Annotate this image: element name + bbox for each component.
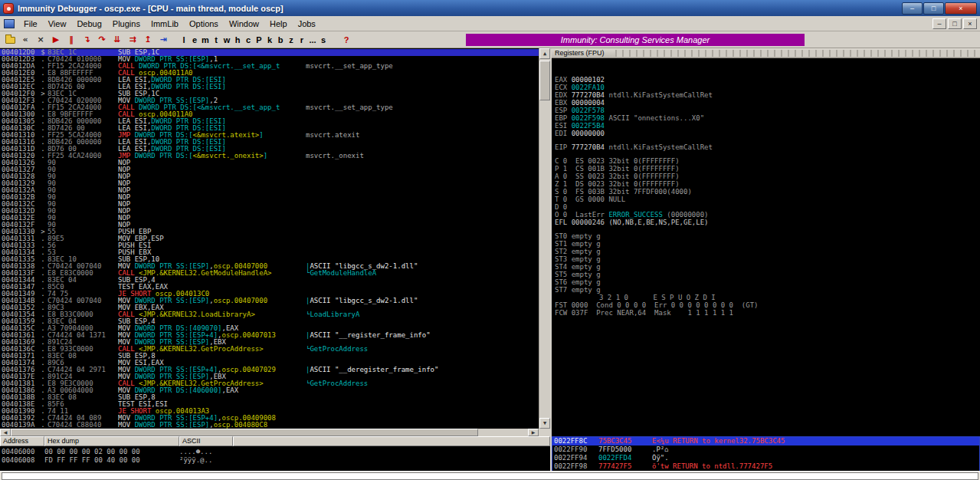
horizontal-scrollbar-thumb[interactable] bbox=[11, 429, 478, 436]
disasm-row[interactable]: 00401333.56PUSH ESI bbox=[0, 242, 539, 249]
tool-letter-s[interactable]: s bbox=[318, 33, 329, 47]
disasm-row[interactable]: 004012DA.FF15 2CA24000CALL DWORD PTR DS:… bbox=[0, 63, 539, 70]
disasm-row[interactable]: 00401376.C74424 04 2971MOV DWORD PTR SS:… bbox=[0, 367, 539, 373]
stack-row[interactable]: 0022FF98777427F5õ'tw RETURN to ntdll.777… bbox=[552, 462, 979, 471]
scroll-down-icon[interactable]: ▼ bbox=[539, 418, 550, 429]
register-esp[interactable]: ESP 0022F578 bbox=[555, 107, 980, 114]
stack-row[interactable]: 0022FF940022FFD4Ôÿ". bbox=[552, 454, 979, 462]
disasm-row[interactable]: 0040138B.83EC 08SUB ESP,8 bbox=[0, 394, 539, 401]
mdi-close-button[interactable]: × bbox=[963, 18, 977, 29]
step-over-button[interactable]: ↷ bbox=[94, 33, 110, 47]
tool-letter-w[interactable]: w bbox=[221, 33, 232, 47]
menu-help[interactable]: Help bbox=[264, 18, 293, 30]
stack-row[interactable]: 0022FF907FFD5000.P²⌂ bbox=[552, 445, 979, 454]
disasm-row[interactable]: 00401381.E8 9E3C0000CALL <JMP.&KERNEL32.… bbox=[0, 380, 539, 387]
disasm-row[interactable]: 0040132D90NOP bbox=[0, 208, 539, 215]
register-ebp[interactable]: EBP 0022F598 ASCII "onnections...X0" bbox=[555, 114, 980, 122]
disasm-row[interactable]: 0040137E.891C24MOV DWORD PTR SS:[ESP],EB… bbox=[0, 373, 539, 380]
disasm-row[interactable]: 004012EC.8D7426 00LEA ESI,DWORD PTR DS:[… bbox=[0, 84, 539, 90]
disasm-row[interactable]: 00401344.83EC 04SUB ESP,4 bbox=[0, 277, 539, 284]
until-return-button[interactable]: ↥ bbox=[140, 33, 156, 47]
tool-letter-c[interactable]: c bbox=[243, 33, 254, 47]
register-edx[interactable]: EDX 777270B4 ntdll.KiFastSystemCallRet bbox=[555, 91, 980, 99]
disasm-row[interactable]: 0040138E.85F6TEST ESI,ESI bbox=[0, 401, 539, 408]
scroll-up-icon[interactable]: ▲ bbox=[539, 48, 550, 59]
close-process-button[interactable]: × bbox=[33, 33, 48, 47]
disasm-row[interactable]: 00401335.83EC 10SUB ESP,10 bbox=[0, 256, 539, 263]
disasm-horizontal-scrollbar[interactable]: ◀ ▶ bbox=[0, 429, 550, 436]
disasm-row[interactable]: 0040132C90NOP bbox=[0, 201, 539, 208]
menu-file[interactable]: File bbox=[18, 18, 43, 30]
run-button[interactable]: ▶ bbox=[48, 33, 64, 47]
open-file-button[interactable] bbox=[2, 33, 18, 47]
tool-letter-r[interactable]: r bbox=[297, 33, 307, 47]
disasm-row[interactable]: 00401334.53PUSH EBX bbox=[0, 249, 539, 256]
disasm-row[interactable]: 00401320.FF25 4CA24000JMP DWORD PTR DS:[… bbox=[0, 153, 539, 159]
menu-plugins[interactable]: Plugins bbox=[107, 18, 146, 30]
disasm-row[interactable]: 0040132B90NOP bbox=[0, 194, 539, 201]
disasm-row[interactable]: 0040132A90NOP bbox=[0, 187, 539, 194]
trace-over-button[interactable]: ⇉ bbox=[125, 33, 140, 47]
disasm-row[interactable]: 0040134B.C70424 007040MOV DWORD PTR SS:[… bbox=[0, 298, 539, 304]
disasm-row[interactable]: 004012F0>83EC 1CSUB ESP,1C bbox=[0, 90, 539, 97]
disasm-row[interactable]: 00401386.A3 00604000MOV DWORD PTR DS:[40… bbox=[0, 387, 539, 394]
trace-into-button[interactable]: ⇊ bbox=[110, 33, 125, 47]
disasm-row[interactable]: 00401369.891C24MOV DWORD PTR SS:[ESP],EB… bbox=[0, 339, 539, 346]
disasm-row[interactable]: 00401359.83EC 04SUB ESP,4 bbox=[0, 318, 539, 325]
tool-letter-t[interactable]: t bbox=[211, 33, 221, 47]
menu-options[interactable]: Options bbox=[184, 18, 224, 30]
mdi-restore-button[interactable]: □ bbox=[948, 18, 962, 29]
disasm-row[interactable]: 004012E5.8DB426 000000LEA ESI,DWORD PTR … bbox=[0, 77, 539, 84]
dump-header-address[interactable]: Address bbox=[0, 436, 44, 446]
close-button[interactable]: × bbox=[945, 2, 977, 15]
disasm-row[interactable]: 0040132E90NOP bbox=[0, 215, 539, 222]
disasm-row[interactable]: 004012FA.FF15 2CA24000CALL DWORD PTR DS:… bbox=[0, 104, 539, 111]
disasm-row[interactable]: 0040139A.C70424 C88040MOV DWORD PTR SS:[… bbox=[0, 422, 539, 429]
disasm-row[interactable]: 00401349.74 75JE SHORT oscp.004013C0 bbox=[0, 291, 539, 298]
tool-letter-b[interactable]: b bbox=[275, 33, 286, 47]
register-eax[interactable]: EAX 00000102 bbox=[555, 76, 980, 84]
goto-button[interactable]: ⇥ bbox=[156, 33, 171, 47]
disasm-row[interactable]: 00401330>55PUSH EBP bbox=[0, 228, 539, 235]
help-button[interactable]: ? bbox=[341, 33, 352, 47]
disasm-row[interactable]: 004012D3.C70424 010000MOV DWORD PTR SS:[… bbox=[0, 56, 539, 63]
maximize-button[interactable]: □ bbox=[923, 2, 944, 15]
dump-header-ascii[interactable]: ASCII bbox=[179, 436, 233, 446]
disasm-row[interactable]: 0040132F90NOP bbox=[0, 222, 539, 228]
disasm-row[interactable]: 004012E0.E8 8BFEFFFFCALL oscp.004011A0 bbox=[0, 70, 539, 77]
disasm-row[interactable]: 00401392.C74424 04 089MOV DWORD PTR SS:[… bbox=[0, 415, 539, 422]
disasm-row[interactable]: 00401361.C74424 04 1371MOV DWORD PTR SS:… bbox=[0, 332, 539, 339]
scroll-right-icon[interactable]: ▶ bbox=[528, 429, 539, 436]
disasm-row[interactable]: 00401374.89C6MOV ESI,EAX bbox=[0, 360, 539, 367]
tool-letter-P[interactable]: P bbox=[254, 33, 264, 47]
disasm-row[interactable]: 0040132690NOP bbox=[0, 159, 539, 166]
vertical-scrollbar-thumb[interactable] bbox=[539, 61, 550, 100]
tool-letter-e[interactable]: e bbox=[189, 33, 200, 47]
tool-letter-m[interactable]: m bbox=[200, 33, 211, 47]
scroll-left-icon[interactable]: ◀ bbox=[0, 429, 11, 436]
disasm-row[interactable]: 0040131D.8D76 00LEA ESI,DWORD PTR DS:[ES… bbox=[0, 146, 539, 153]
register-ecx[interactable]: ECX 0022FA10 bbox=[555, 84, 980, 91]
disasm-row[interactable]: 0040132990NOP bbox=[0, 180, 539, 187]
step-into-button[interactable]: ↴ bbox=[79, 33, 94, 47]
disasm-row[interactable]: 00401347.85C0TEST EAX,EAX bbox=[0, 284, 539, 291]
minimize-button[interactable]: – bbox=[902, 2, 923, 15]
dump-row[interactable]: 00406008FD FF FF FF 00 40 00 00²ÿÿÿ.@.. bbox=[0, 456, 550, 465]
tool-letter-h[interactable]: h bbox=[232, 33, 243, 47]
tool-letter-l[interactable]: l bbox=[179, 33, 189, 47]
disasm-row[interactable]: 004012D0$83EC 1CSUB ESP,1C bbox=[0, 49, 539, 56]
disasm-row[interactable]: 00401300.E8 9BFEFFFFCALL oscp.004011A0 bbox=[0, 111, 539, 118]
menu-window[interactable]: Window bbox=[224, 18, 264, 30]
disasm-row[interactable]: 00401338.C70424 007040MOV DWORD PTR SS:[… bbox=[0, 263, 539, 270]
register-edi[interactable]: EDI 00000000 bbox=[555, 130, 980, 137]
command-input[interactable] bbox=[2, 472, 978, 480]
mdi-minimize-button[interactable]: – bbox=[932, 18, 946, 29]
menu-jobs[interactable]: Jobs bbox=[293, 18, 321, 30]
disasm-row[interactable]: 00401305.8DB426 000000LEA ESI,DWORD PTR … bbox=[0, 118, 539, 125]
disasm-row[interactable]: 00401354.E8 B33C0000CALL <JMP.&KERNEL32.… bbox=[0, 311, 539, 318]
title-bar[interactable]: Immunity Debugger - oscp.exe - [CPU - ma… bbox=[0, 0, 980, 16]
menu-debug[interactable]: Debug bbox=[71, 18, 107, 30]
disasm-row[interactable]: 00401316.8DB426 000000LEA ESI,DWORD PTR … bbox=[0, 139, 539, 146]
registers-pane-header[interactable]: Registers (FPU) bbox=[552, 48, 980, 58]
menu-immlib[interactable]: ImmLib bbox=[146, 18, 184, 30]
